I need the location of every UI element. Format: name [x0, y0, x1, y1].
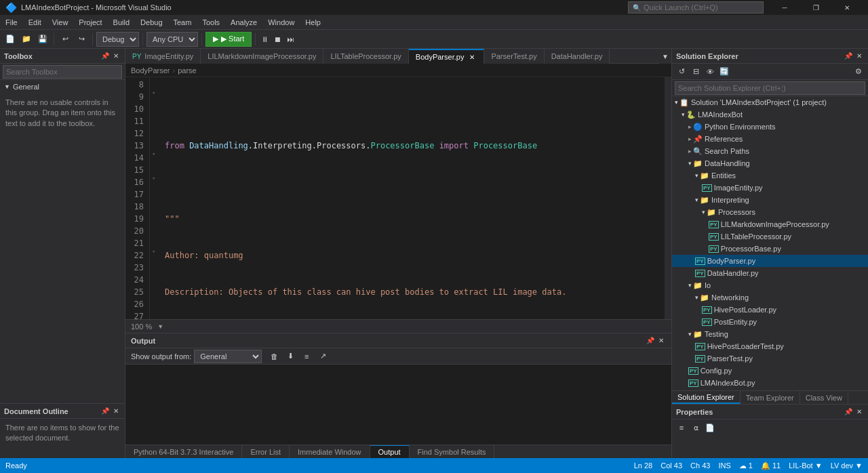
tab-lilmarkdown[interactable]: LILMarkdownImageProcessor.py	[201, 49, 323, 64]
prop-categorized-btn[interactable]: ≡	[675, 421, 688, 434]
menu-team[interactable]: Team	[168, 17, 197, 28]
menu-window[interactable]: Window	[262, 17, 300, 28]
menu-project[interactable]: Project	[73, 17, 107, 28]
zoom-level[interactable]: 100 %	[131, 323, 152, 331]
se-show-all-btn[interactable]: 👁	[703, 66, 717, 78]
tab-parsertest[interactable]: ParserTest.py	[484, 49, 544, 64]
tree-parsertest[interactable]: PY ParserTest.py	[672, 352, 868, 365]
bottom-tab-interactive[interactable]: Python 64-Bit 3.7.3 Interactive	[125, 445, 242, 458]
se-sync-btn[interactable]: ↺	[675, 66, 688, 78]
breadcrumb-method[interactable]: parse	[178, 66, 197, 75]
save-btn[interactable]: 💾	[35, 32, 50, 47]
tab-dropdown-btn[interactable]: ▼	[659, 49, 671, 64]
menu-analyze[interactable]: Analyze	[225, 17, 262, 28]
tab-datahandler[interactable]: DataHandler.py	[545, 49, 610, 64]
code-editor[interactable]: 8 9 10 11 12 13 14 15 16 17 18 19 20 21 …	[125, 77, 671, 319]
zoom-dropdown[interactable]: ▼	[157, 323, 163, 330]
menu-edit[interactable]: Edit	[23, 17, 47, 28]
breadcrumb-class[interactable]: BodyParser	[131, 66, 170, 75]
close-button[interactable]: ✕	[831, 0, 863, 15]
tree-config[interactable]: PY Config.py	[672, 365, 868, 377]
tree-processorbase[interactable]: PY ProcessorBase.py	[672, 243, 868, 255]
menu-view[interactable]: View	[47, 17, 74, 28]
toolbox-section-header[interactable]: ▼ General	[0, 80, 125, 94]
se-collapse-btn[interactable]: ⊟	[689, 66, 703, 78]
start-button[interactable]: ▶ ▶ Start	[205, 32, 252, 47]
menu-debug[interactable]: Debug	[135, 17, 167, 28]
bottom-tab-errorlist[interactable]: Error List	[242, 445, 290, 458]
se-search-input[interactable]	[675, 81, 865, 95]
se-tab-class[interactable]: Class View	[800, 391, 848, 404]
doc-outline-pin-btn[interactable]: 📌	[100, 407, 110, 416]
output-pin-btn[interactable]: 📌	[646, 336, 655, 346]
se-tab-team[interactable]: Team Explorer	[741, 391, 800, 404]
tree-interpreting[interactable]: ▾ 📁 Interpreting	[672, 194, 868, 206]
debug-config-dropdown[interactable]: Debug	[96, 32, 139, 47]
output-clear-btn[interactable]: 🗑	[267, 350, 281, 363]
new-project-btn[interactable]: 📄	[3, 32, 18, 47]
se-tab-solution[interactable]: Solution Explorer	[672, 391, 741, 404]
tree-liltable[interactable]: PY LILTableProcessor.py	[672, 230, 868, 243]
se-pin-btn[interactable]: 📌	[844, 52, 853, 61]
output-external-btn[interactable]: ↗	[316, 350, 330, 363]
tree-project[interactable]: ▾ 🐍 LMAIndexBot	[672, 108, 868, 121]
output-wrap-btn[interactable]: ≡	[300, 350, 313, 363]
minimize-button[interactable]: ─	[769, 0, 800, 15]
se-tree[interactable]: ▾ 📋 Solution 'LMAIndexBotProject' (1 pro…	[672, 96, 868, 390]
redo-btn[interactable]: ↪	[74, 32, 89, 47]
tab-liltable[interactable]: LILTableProcessor.py	[323, 49, 408, 64]
tab-bodyparser-close[interactable]: ✕	[467, 52, 477, 62]
tab-imageentity[interactable]: PY ImageEntity.py	[125, 49, 201, 64]
status-env[interactable]: LV dev ▼	[831, 461, 863, 470]
prop-pin-btn[interactable]: 📌	[844, 407, 853, 417]
tree-entities[interactable]: ▾ 📁 Entities	[672, 169, 868, 182]
open-btn[interactable]: 📁	[19, 32, 34, 47]
datahandler-py-icon: PY	[695, 270, 705, 277]
tree-imageentity[interactable]: PY ImageEntity.py	[672, 182, 868, 194]
tree-hivepostloadertest[interactable]: PY HivePostLoaderTest.py	[672, 340, 868, 352]
tree-processors[interactable]: ▾ 📁 Processors	[672, 206, 868, 218]
tab-bodyparser[interactable]: BodyParser.py ✕	[409, 49, 485, 64]
se-close-btn[interactable]: ✕	[854, 52, 864, 61]
toolbox-pin-btn[interactable]: 📌	[100, 52, 110, 61]
menu-build[interactable]: Build	[108, 17, 135, 28]
toolbox-search-input[interactable]	[3, 65, 122, 79]
tree-postentity[interactable]: PY PostEntity.py	[672, 316, 868, 328]
tree-networking[interactable]: ▾ 📁 Networking	[672, 291, 868, 304]
status-branch[interactable]: LIL-Bot ▼	[789, 461, 822, 470]
bottom-tab-findsymbol[interactable]: Find Symbol Results	[410, 445, 495, 458]
tree-io[interactable]: ▾ 📁 Io	[672, 279, 868, 291]
toolbox-close-btn[interactable]: ✕	[111, 52, 121, 61]
bottom-tab-immediate[interactable]: Immediate Window	[290, 445, 370, 458]
tree-py-env[interactable]: ▸ 🔵 Python Environments	[672, 121, 868, 133]
tree-solution[interactable]: ▾ 📋 Solution 'LMAIndexBotProject' (1 pro…	[672, 96, 868, 108]
tree-bodyparser[interactable]: PY BodyParser.py	[672, 255, 868, 267]
tree-search-paths[interactable]: ▸ 🔍 Search Paths	[672, 145, 868, 157]
output-close-btn[interactable]: ✕	[656, 336, 666, 346]
output-scroll-btn[interactable]: ⬇	[283, 350, 297, 363]
prop-alpha-btn[interactable]: ⍺	[689, 421, 703, 434]
cpu-config-dropdown[interactable]: Any CPU	[146, 32, 198, 47]
prop-close-btn[interactable]: ✕	[854, 407, 864, 417]
quick-launch-input[interactable]	[644, 3, 752, 12]
se-refresh-btn[interactable]: 🔄	[717, 66, 731, 78]
se-settings-btn[interactable]: ⚙	[852, 66, 865, 78]
menu-help[interactable]: Help	[300, 17, 326, 28]
menu-tools[interactable]: Tools	[197, 17, 225, 28]
menu-file[interactable]: File	[0, 17, 23, 28]
tree-references[interactable]: ▸ 📌 References	[672, 133, 868, 145]
bottom-tab-output[interactable]: Output	[370, 445, 410, 458]
tree-datahandler[interactable]: PY DataHandler.py	[672, 267, 868, 279]
tree-datahandling[interactable]: ▾ 📁 DataHandling	[672, 157, 868, 169]
output-source-dropdown[interactable]: General	[194, 350, 262, 363]
tree-testing[interactable]: ▾ 📁 Testing	[672, 328, 868, 340]
prop-desc-btn[interactable]: 📄	[703, 421, 717, 434]
undo-btn[interactable]: ↩	[58, 32, 73, 47]
tree-lilmarkdown[interactable]: PY LILMarkdownImageProcessor.py	[672, 218, 868, 230]
doc-outline-close-btn[interactable]: ✕	[111, 407, 121, 416]
restore-button[interactable]: ❐	[800, 0, 831, 15]
tree-lmaindexbot[interactable]: PY LMAIndexBot.py	[672, 377, 868, 389]
code-content[interactable]: from DataHandling.Interpreting.Processor…	[159, 77, 665, 319]
toolbox-search-area	[0, 64, 125, 80]
tree-hivepostloader[interactable]: PY HivePostLoader.py	[672, 304, 868, 316]
